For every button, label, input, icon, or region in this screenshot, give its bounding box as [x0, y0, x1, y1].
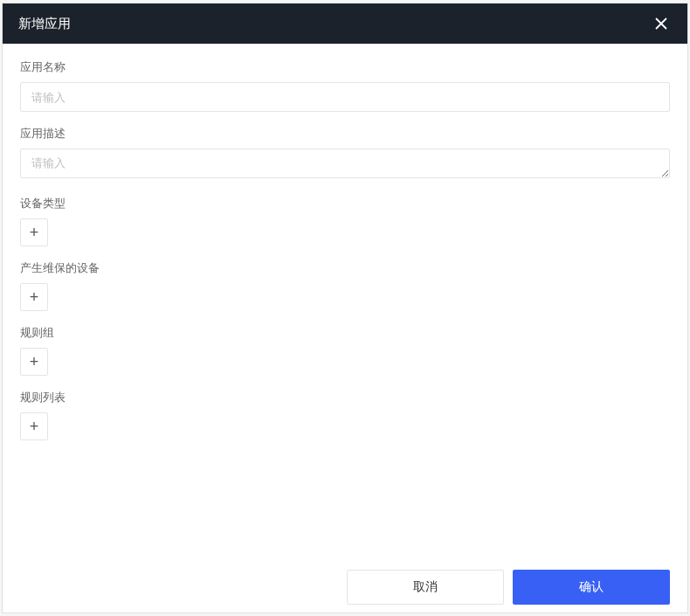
rule-group-group: 规则组 + [20, 325, 670, 376]
plus-icon: + [30, 354, 39, 370]
device-type-group: 设备类型 + [20, 196, 670, 246]
close-icon [654, 17, 668, 31]
maintenance-device-label: 产生维保的设备 [20, 260, 670, 276]
modal-title: 新增应用 [18, 16, 71, 32]
app-description-label: 应用描述 [20, 126, 670, 142]
maintenance-device-group: 产生维保的设备 + [20, 260, 670, 311]
device-type-label: 设备类型 [20, 196, 670, 211]
plus-icon: + [30, 289, 39, 305]
app-description-group: 应用描述 [20, 126, 670, 182]
confirm-button[interactable]: 确认 [513, 570, 670, 605]
device-type-add-button[interactable]: + [20, 218, 48, 246]
rule-list-label: 规则列表 [20, 390, 670, 405]
app-name-label: 应用名称 [20, 59, 670, 75]
add-application-modal: 新增应用 应用名称 应用描述 设备类型 + 产生维保的设备 + [2, 3, 688, 613]
maintenance-device-add-button[interactable]: + [20, 283, 48, 311]
plus-icon: + [30, 225, 39, 240]
app-name-group: 应用名称 [20, 59, 670, 112]
rule-list-group: 规则列表 + [20, 390, 670, 440]
rule-list-add-button[interactable]: + [20, 412, 48, 440]
modal-body: 应用名称 应用描述 设备类型 + 产生维保的设备 + 规则组 + 规则 [3, 44, 687, 562]
close-button[interactable] [651, 13, 672, 34]
rule-group-label: 规则组 [20, 325, 670, 341]
app-description-input[interactable] [20, 149, 670, 178]
plus-icon: + [30, 419, 39, 434]
modal-footer: 取消 确认 [3, 562, 687, 613]
rule-group-add-button[interactable]: + [20, 348, 48, 376]
modal-header: 新增应用 [3, 3, 687, 44]
app-name-input[interactable] [20, 82, 670, 112]
cancel-button[interactable]: 取消 [347, 570, 504, 605]
